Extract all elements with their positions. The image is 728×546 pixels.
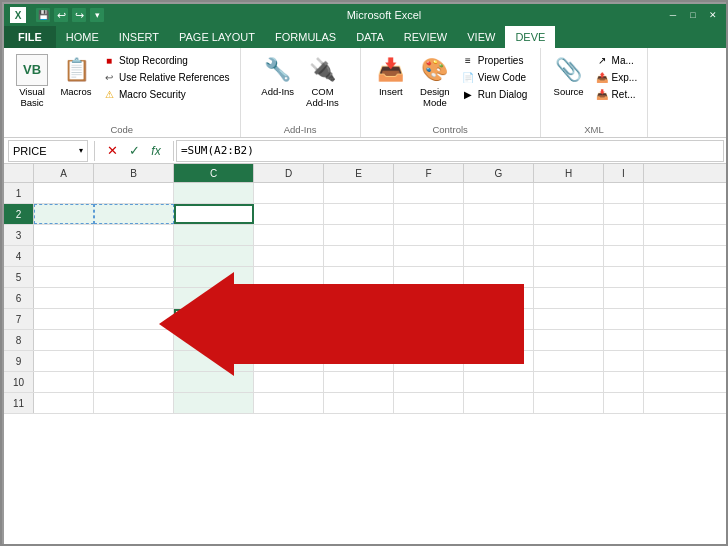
cell-h2[interactable]	[534, 204, 604, 224]
cell-c9[interactable]	[174, 351, 254, 371]
com-add-ins-button[interactable]: 🔌 COMAdd-Ins	[302, 52, 343, 111]
menu-review[interactable]: REVIEW	[394, 26, 457, 48]
cell-f11[interactable]	[394, 393, 464, 413]
cell-i4[interactable]	[604, 246, 644, 266]
cell-f3[interactable]	[394, 225, 464, 245]
cell-a7[interactable]	[34, 309, 94, 329]
cell-b4[interactable]	[94, 246, 174, 266]
minimize-button[interactable]: ─	[664, 8, 682, 22]
cell-g11[interactable]	[464, 393, 534, 413]
cell-h7[interactable]	[534, 309, 604, 329]
cell-i6[interactable]	[604, 288, 644, 308]
menu-home[interactable]: HOME	[56, 26, 109, 48]
cell-c2[interactable]	[174, 204, 254, 224]
cell-d10[interactable]	[254, 372, 324, 392]
cell-i2[interactable]	[604, 204, 644, 224]
expand-button[interactable]: 📤 Exp...	[593, 69, 640, 85]
cell-b3[interactable]	[94, 225, 174, 245]
cell-i10[interactable]	[604, 372, 644, 392]
cell-d4[interactable]	[254, 246, 324, 266]
cell-f7[interactable]	[394, 309, 464, 329]
cell-h9[interactable]	[534, 351, 604, 371]
cell-c5[interactable]	[174, 267, 254, 287]
cell-h6[interactable]	[534, 288, 604, 308]
cell-g10[interactable]	[464, 372, 534, 392]
menu-insert[interactable]: INSERT	[109, 26, 169, 48]
cell-d6[interactable]	[254, 288, 324, 308]
cell-b11[interactable]	[94, 393, 174, 413]
cell-g4[interactable]	[464, 246, 534, 266]
cell-i1[interactable]	[604, 183, 644, 203]
run-dialog-button[interactable]: ▶ Run Dialog	[459, 86, 529, 102]
menu-formulas[interactable]: FORMULAS	[265, 26, 346, 48]
cell-d1[interactable]	[254, 183, 324, 203]
cell-e5[interactable]	[324, 267, 394, 287]
cell-h10[interactable]	[534, 372, 604, 392]
menu-data[interactable]: DATA	[346, 26, 394, 48]
undo-button[interactable]: ↩	[54, 8, 68, 22]
cell-c4[interactable]	[174, 246, 254, 266]
macros-button[interactable]: 📋 Macros	[56, 52, 96, 99]
cell-a5[interactable]	[34, 267, 94, 287]
stop-recording-button[interactable]: ■ Stop Recording	[100, 52, 232, 68]
cell-c10[interactable]	[174, 372, 254, 392]
maximize-button[interactable]: □	[684, 8, 702, 22]
cell-g5[interactable]	[464, 267, 534, 287]
cell-g7[interactable]	[464, 309, 534, 329]
cell-e3[interactable]	[324, 225, 394, 245]
cell-e4[interactable]	[324, 246, 394, 266]
cell-a9[interactable]	[34, 351, 94, 371]
fx-icon[interactable]: fx	[147, 142, 165, 160]
menu-file[interactable]: FILE	[4, 26, 56, 48]
cell-a2[interactable]	[34, 204, 94, 224]
cell-i7[interactable]	[604, 309, 644, 329]
cell-e2[interactable]	[324, 204, 394, 224]
cell-c6[interactable]	[174, 288, 254, 308]
properties-button[interactable]: ≡ Properties	[459, 52, 529, 68]
visual-basic-button[interactable]: VB VisualBasic	[12, 52, 52, 111]
cell-b2[interactable]	[94, 204, 174, 224]
formula-input[interactable]	[176, 140, 724, 162]
cell-f8[interactable]	[394, 330, 464, 350]
cell-f4[interactable]	[394, 246, 464, 266]
name-box[interactable]: PRICE ▾	[8, 140, 88, 162]
cell-b9[interactable]	[94, 351, 174, 371]
cell-c8[interactable]	[174, 330, 254, 350]
cell-d8[interactable]	[254, 330, 324, 350]
cell-h11[interactable]	[534, 393, 604, 413]
cell-c7[interactable]: =SUM(A2:B2)	[174, 309, 254, 329]
design-mode-button[interactable]: 🎨 DesignMode	[415, 52, 455, 111]
macro-security-button[interactable]: ⚠ Macro Security	[100, 86, 232, 102]
insert-button[interactable]: 📥 Insert	[371, 52, 411, 99]
cell-f2[interactable]	[394, 204, 464, 224]
cell-a1[interactable]	[34, 183, 94, 203]
cell-b7[interactable]	[94, 309, 174, 329]
cell-f9[interactable]	[394, 351, 464, 371]
cell-d9[interactable]	[254, 351, 324, 371]
cell-i11[interactable]	[604, 393, 644, 413]
add-ins-button[interactable]: 🔧 Add-Ins	[257, 52, 298, 99]
cell-d5[interactable]	[254, 267, 324, 287]
cell-g3[interactable]	[464, 225, 534, 245]
cell-b1[interactable]	[94, 183, 174, 203]
redo-button[interactable]: ↪	[72, 8, 86, 22]
cell-f1[interactable]	[394, 183, 464, 203]
cell-b5[interactable]	[94, 267, 174, 287]
cell-i9[interactable]	[604, 351, 644, 371]
cell-h3[interactable]	[534, 225, 604, 245]
cell-b6[interactable]	[94, 288, 174, 308]
cell-h8[interactable]	[534, 330, 604, 350]
cell-a3[interactable]	[34, 225, 94, 245]
cell-c1[interactable]	[174, 183, 254, 203]
cell-e7[interactable]	[324, 309, 394, 329]
cell-g1[interactable]	[464, 183, 534, 203]
menu-developer[interactable]: DEVE	[505, 26, 555, 48]
cell-d7[interactable]	[254, 309, 324, 329]
cell-f6[interactable]	[394, 288, 464, 308]
cell-i8[interactable]	[604, 330, 644, 350]
customize-button[interactable]: ▾	[90, 8, 104, 22]
cell-e11[interactable]	[324, 393, 394, 413]
menu-page-layout[interactable]: PAGE LAYOUT	[169, 26, 265, 48]
cell-e1[interactable]	[324, 183, 394, 203]
save-button[interactable]: 💾	[36, 8, 50, 22]
